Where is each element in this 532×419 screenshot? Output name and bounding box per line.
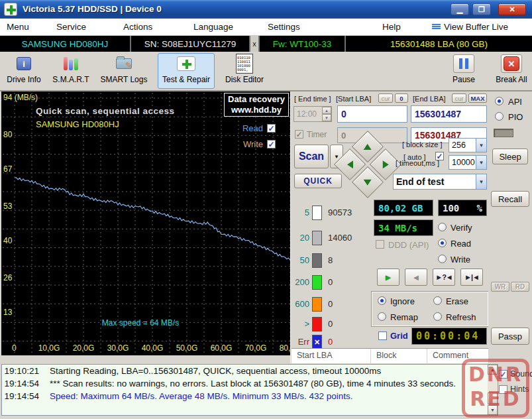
serial-close-button[interactable]: x [250,36,260,52]
erase-radio[interactable] [433,296,442,305]
menu-item-actions[interactable]: Actions [123,22,152,32]
menu-item-settings[interactable]: Settings [268,22,300,32]
api-radio[interactable] [495,97,504,105]
stats-row: >0 [291,317,370,333]
random-icon: ►?◄ [435,273,452,281]
sleep-button[interactable]: Sleep [492,149,528,164]
time-block-icon [312,206,322,220]
max-speed-note: Max speed = 64 MB/s [68,318,213,328]
app-icon [4,3,17,16]
log-timestamp: 19:10:21 [2,366,50,376]
recall-button[interactable]: Recall [491,191,529,207]
log-area[interactable]: 19:10:21Starting Reading, LBA=0..1563014… [1,364,498,416]
ignore-radio[interactable] [378,296,386,305]
end-of-test-combo[interactable]: End of test▼ [393,174,487,190]
timeout-label: [ timeout,ms ] [396,159,439,167]
arrow-down-icon [364,179,372,185]
spin-up-icon[interactable]: ▲ [322,107,331,114]
smart-logs-button[interactable]: ✎ SMART Logs [98,53,150,89]
break-all-button[interactable]: ✕ Break All [492,53,531,89]
maximize-icon: ❐ [478,5,485,14]
menu-item-help[interactable]: Help [382,22,401,32]
hddby-banner: Data recovery www.hdd.by [224,93,289,117]
drive-capacity: 156301488 LBA (80 GB) [346,36,532,52]
stats-row: 590573 [291,206,370,221]
close-button[interactable]: ✕ [498,3,526,15]
chevron-down-icon[interactable]: ▼ [476,156,486,169]
spin-down-icon[interactable]: ▼ [322,114,331,121]
scan-button[interactable]: Scan [294,145,329,168]
pause-button[interactable]: Pause [445,53,482,89]
log-message: Starting Reading, LBA=0..156301487, QUIC… [50,366,381,376]
rd-button[interactable]: RD [511,282,529,292]
smart-button[interactable]: S.M.A.R.T [49,53,93,89]
graph-drive-name: SAMSUNG HD080HJ [36,119,119,129]
play-backward-button[interactable]: ◄ [405,269,427,286]
butterfly-read-button[interactable]: ►|◄ [460,269,483,286]
start-lba-zero-button[interactable]: 0 [395,93,408,103]
time-block-icon [312,297,322,312]
log-message: Speed: Maximum 64 MB/s. Average 48 MB/s.… [50,391,352,401]
stats-value: 14060 [328,233,352,243]
verify-radio[interactable] [438,223,447,231]
wr-button[interactable]: WR [491,282,509,292]
end-lba-max-button[interactable]: MAX [468,93,487,103]
pause-icon [459,58,468,69]
drive-info-button[interactable]: i Drive Info [3,53,45,89]
maximize-button[interactable]: ❐ [472,3,491,15]
refresh-radio[interactable] [433,312,442,321]
butterfly-icon: ►|◄ [464,273,479,281]
window-title: Victoria 5.37 HDD/SSD | Device 0 [23,4,162,14]
y-tick-label: 26 [3,273,12,282]
start-lba-cur-button[interactable]: cur [378,93,393,103]
menu-item-language[interactable]: Language [193,22,233,32]
x-tick-label: 0 [12,343,17,353]
column-block: Block [371,349,427,363]
ignore-label: Ignore [390,296,415,306]
chevron-down-icon[interactable]: ▼ [476,174,486,189]
minimize-button[interactable]: ▁ [451,3,469,15]
first-aid-icon [177,56,195,71]
pio-radio[interactable] [495,112,504,121]
block-size-combo[interactable]: 256▼ [449,138,487,152]
menu-item-service[interactable]: Service [56,22,86,32]
end-time-spinner[interactable]: 12:00 ▲▼ [293,106,332,122]
speed-graph: Quick scan, sequential access SAMSUNG HD… [1,91,290,355]
arrow-up-icon [364,144,372,150]
quick-button[interactable]: QUICK [294,174,342,188]
chevron-down-icon[interactable]: ▼ [476,139,486,152]
test-tubes-icon [64,57,78,70]
x-tick-label: 40,0G [142,343,164,353]
end-lba-input[interactable]: 156301487 [411,105,487,123]
drive-info-bar: SAMSUNG HD080HJ SN: S08EJ1UYC11279 x Fw:… [0,36,532,52]
play-forward-button[interactable]: ► [377,269,399,286]
random-read-button[interactable]: ►?◄ [433,269,455,286]
red-x-icon: ✕ [504,56,519,71]
log-line: 19:10:21Starting Reading, LBA=0..1563014… [2,365,498,377]
read-checkbox[interactable]: ✓ [267,124,276,133]
remap-radio[interactable] [378,312,386,321]
write-radio[interactable] [438,255,447,263]
check-icon: ✓ [268,141,274,148]
stats-label: > [304,319,309,329]
disk-editor-button[interactable]: 010110 110011 101000 0001, Disk Editor [220,53,269,89]
drive-firmware: Fw: WT100-33 [260,36,346,52]
end-lba-cur-button[interactable]: cur [452,93,466,103]
grid-checkbox[interactable] [378,331,387,340]
victoria-window: Victoria 5.37 HDD/SSD | Device 0 ▁ ❐ ✕ M… [0,0,532,419]
menu-item-view-buffer-live[interactable]: View Buffer Live [444,22,508,32]
menu-item-menu[interactable]: Menu [7,22,29,32]
passp-button[interactable]: Passp [491,328,529,345]
read-radio[interactable] [438,239,447,247]
stats-value: 0 [328,299,333,309]
ddd-api-checkbox[interactable] [376,240,384,249]
stats-value: 0 [328,277,333,287]
test-repair-button[interactable]: Test & Repair [158,53,215,89]
timer-checkbox[interactable]: ✓ [295,130,303,139]
drive-serial: SN: S08EJ1UYC11279 [131,36,250,52]
elapsed-time-led: 00:00:04 [411,328,487,345]
write-checkbox[interactable]: ✓ [267,140,276,149]
time-block-icon [312,231,322,245]
start-lba-input[interactable]: 0 [337,105,407,123]
timeout-combo[interactable]: 10000▼ [449,155,487,170]
